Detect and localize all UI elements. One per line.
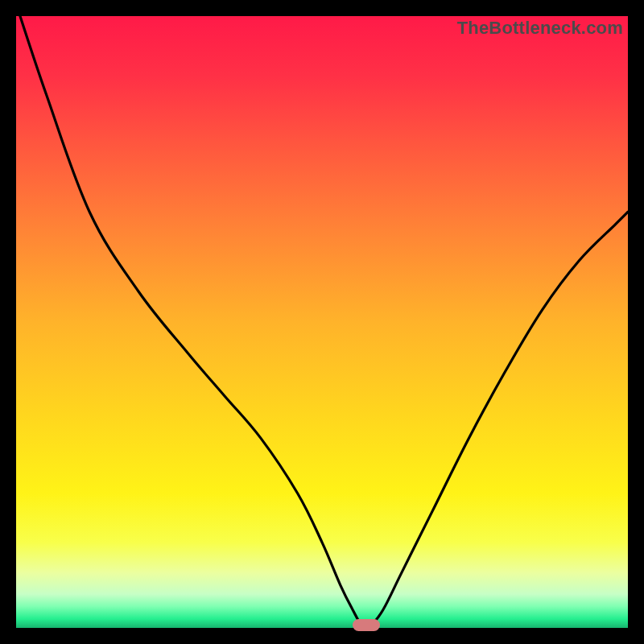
minimum-marker [353, 619, 380, 631]
chart-frame: TheBottleneck.com [16, 16, 628, 628]
bottleneck-curve [16, 16, 628, 628]
